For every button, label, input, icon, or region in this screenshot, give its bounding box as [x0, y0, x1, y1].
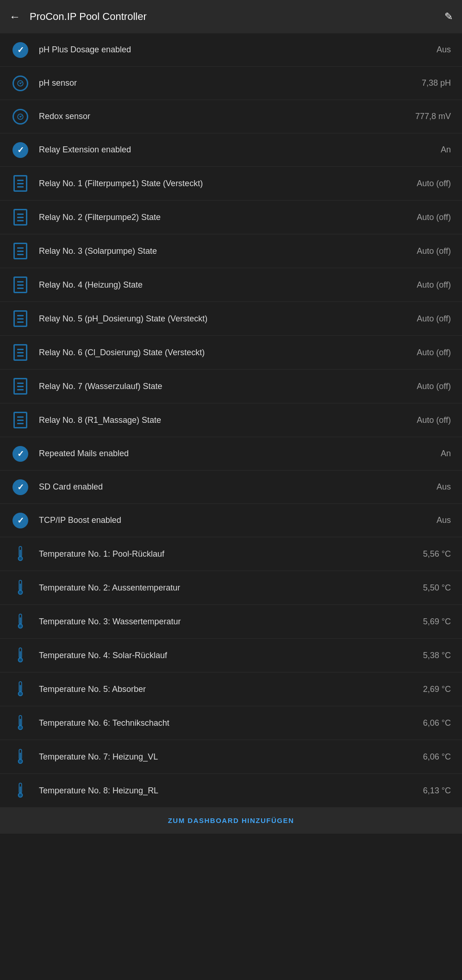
- item-label-temp-3: Temperature No. 3: Wassertemperatur: [39, 617, 423, 627]
- item-value-temp-5: 2,69 °C: [423, 685, 451, 694]
- item-label-temp-6: Temperature No. 6: Technikschacht: [39, 718, 423, 728]
- relay-icon: [11, 378, 30, 395]
- item-label-relay-extension: Relay Extension enabled: [39, 145, 441, 155]
- svg-rect-27: [20, 719, 21, 725]
- item-label-sd-card: SD Card enabled: [39, 482, 437, 492]
- item-value-relay-6: Auto (off): [417, 348, 451, 358]
- add-to-dashboard-button[interactable]: ZUM DASHBOARD HINZUFÜGEN: [168, 817, 294, 824]
- item-value-relay-extension: An: [441, 145, 451, 155]
- list-item-relay-8[interactable]: Relay No. 8 (R1_Massage) StateAuto (off): [0, 403, 462, 437]
- list-item-relay-7[interactable]: Relay No. 7 (Wasserzulauf) StateAuto (of…: [0, 370, 462, 403]
- svg-rect-19: [20, 651, 21, 658]
- item-value-repeated-mails: An: [441, 449, 451, 459]
- item-value-temp-3: 5,69 °C: [423, 617, 451, 627]
- list-item-ph-sensor[interactable]: pH sensor7,38 pH: [0, 67, 462, 100]
- item-label-relay-6: Relay No. 6 (Cl_Dosierung) State (Verste…: [39, 348, 417, 358]
- relay-icon: [11, 175, 30, 192]
- list-item-tcpip-boost[interactable]: TCP/IP Boost enabledAus: [0, 504, 462, 537]
- thermometer-icon: [11, 715, 30, 731]
- relay-icon: [11, 209, 30, 226]
- list-item-relay-6[interactable]: Relay No. 6 (Cl_Dosierung) State (Verste…: [0, 336, 462, 370]
- item-value-relay-7: Auto (off): [417, 382, 451, 391]
- relay-icon: [11, 344, 30, 361]
- item-value-relay-2: Auto (off): [417, 213, 451, 222]
- footer: ZUM DASHBOARD HINZUFÜGEN: [0, 807, 462, 834]
- relay-icon: [11, 310, 30, 327]
- item-label-repeated-mails: Repeated Mails enabled: [39, 449, 441, 459]
- list-item-temp-3[interactable]: Temperature No. 3: Wassertemperatur5,69 …: [0, 605, 462, 639]
- item-value-ph-sensor: 7,38 pH: [422, 78, 451, 88]
- list-item-ph-plus-dosage[interactable]: pH Plus Dosage enabledAus: [0, 33, 462, 67]
- thermometer-icon: [11, 647, 30, 664]
- item-value-temp-2: 5,50 °C: [423, 583, 451, 593]
- list-item-temp-2[interactable]: Temperature No. 2: Aussentemperatur5,50 …: [0, 571, 462, 605]
- edit-button[interactable]: ✎: [444, 11, 453, 23]
- list-item-repeated-mails[interactable]: Repeated Mails enabledAn: [0, 437, 462, 471]
- item-value-redox-sensor: 777,8 mV: [415, 112, 451, 121]
- svg-point-29: [19, 726, 22, 729]
- relay-icon: [11, 243, 30, 259]
- back-button[interactable]: ←: [9, 10, 20, 23]
- list-item-relay-3[interactable]: Relay No. 3 (Solarpumpe) StateAuto (off): [0, 234, 462, 268]
- list-item-relay-5[interactable]: Relay No. 5 (pH_Dosierung) State (Verste…: [0, 302, 462, 336]
- svg-point-9: [19, 557, 22, 560]
- list-item-sd-card[interactable]: SD Card enabledAus: [0, 471, 462, 504]
- svg-rect-11: [20, 584, 21, 590]
- list-item-temp-5[interactable]: Temperature No. 5: Absorber2,69 °C: [0, 672, 462, 706]
- check-icon: [11, 42, 30, 58]
- item-value-temp-6: 6,06 °C: [423, 718, 451, 728]
- item-label-temp-1: Temperature No. 1: Pool-Rücklauf: [39, 549, 423, 559]
- list-item-temp-8[interactable]: Temperature No. 8: Heizung_RL6,13 °C: [0, 774, 462, 807]
- list-item-relay-1[interactable]: Relay No. 1 (Filterpumpe1) State (Verste…: [0, 167, 462, 201]
- header: ← ProCon.IP Pool Controller ✎: [0, 0, 462, 33]
- check-icon: [11, 446, 30, 462]
- item-label-temp-5: Temperature No. 5: Absorber: [39, 685, 423, 694]
- item-label-relay-8: Relay No. 8 (R1_Massage) State: [39, 415, 417, 425]
- thermometer-icon: [11, 782, 30, 799]
- list-item-redox-sensor[interactable]: Redox sensor777,8 mV: [0, 100, 462, 133]
- item-value-relay-5: Auto (off): [417, 314, 451, 324]
- item-label-relay-2: Relay No. 2 (Filterpumpe2) State: [39, 213, 417, 222]
- item-value-relay-3: Auto (off): [417, 246, 451, 256]
- list-item-temp-4[interactable]: Temperature No. 4: Solar-Rücklauf5,38 °C: [0, 639, 462, 672]
- list-item-temp-7[interactable]: Temperature No. 7: Heizung_VL6,06 °C: [0, 740, 462, 774]
- item-value-tcpip-boost: Aus: [437, 515, 451, 525]
- page-title: ProCon.IP Pool Controller: [30, 11, 444, 23]
- thermometer-icon: [11, 546, 30, 562]
- item-label-relay-1: Relay No. 1 (Filterpumpe1) State (Verste…: [39, 179, 417, 188]
- item-value-temp-1: 5,56 °C: [423, 549, 451, 559]
- item-label-redox-sensor: Redox sensor: [39, 112, 415, 121]
- app-container: ← ProCon.IP Pool Controller ✎ pH Plus Do…: [0, 0, 462, 834]
- thermometer-icon: [11, 613, 30, 630]
- gauge-icon: [11, 75, 30, 91]
- list-item-relay-4[interactable]: Relay No. 4 (Heizung) StateAuto (off): [0, 268, 462, 302]
- item-value-temp-7: 6,06 °C: [423, 752, 451, 762]
- item-value-relay-4: Auto (off): [417, 280, 451, 290]
- item-label-tcpip-boost: TCP/IP Boost enabled: [39, 515, 437, 525]
- item-label-ph-sensor: pH sensor: [39, 78, 422, 88]
- list-item-temp-6[interactable]: Temperature No. 6: Technikschacht6,06 °C: [0, 706, 462, 740]
- svg-point-21: [19, 659, 22, 661]
- thermometer-icon: [11, 748, 30, 765]
- item-label-relay-5: Relay No. 5 (pH_Dosierung) State (Verste…: [39, 314, 417, 324]
- item-value-sd-card: Aus: [437, 482, 451, 492]
- item-label-relay-3: Relay No. 3 (Solarpumpe) State: [39, 246, 417, 256]
- items-list: pH Plus Dosage enabledAus pH sensor7,38 …: [0, 33, 462, 807]
- thermometer-icon: [11, 579, 30, 596]
- svg-rect-23: [20, 685, 21, 691]
- list-item-relay-extension[interactable]: Relay Extension enabledAn: [0, 133, 462, 167]
- item-value-relay-8: Auto (off): [417, 415, 451, 425]
- item-value-relay-1: Auto (off): [417, 179, 451, 188]
- item-value-temp-8: 6,13 °C: [423, 786, 451, 796]
- check-icon: [11, 479, 30, 495]
- list-item-relay-2[interactable]: Relay No. 2 (Filterpumpe2) StateAuto (of…: [0, 201, 462, 234]
- svg-point-13: [19, 591, 22, 594]
- svg-point-37: [19, 794, 22, 797]
- list-item-temp-1[interactable]: Temperature No. 1: Pool-Rücklauf5,56 °C: [0, 537, 462, 571]
- svg-point-25: [19, 692, 22, 695]
- svg-rect-15: [20, 617, 21, 624]
- item-label-temp-8: Temperature No. 8: Heizung_RL: [39, 786, 423, 796]
- relay-icon: [11, 276, 30, 293]
- gauge-icon: [11, 109, 30, 125]
- svg-point-17: [19, 625, 22, 628]
